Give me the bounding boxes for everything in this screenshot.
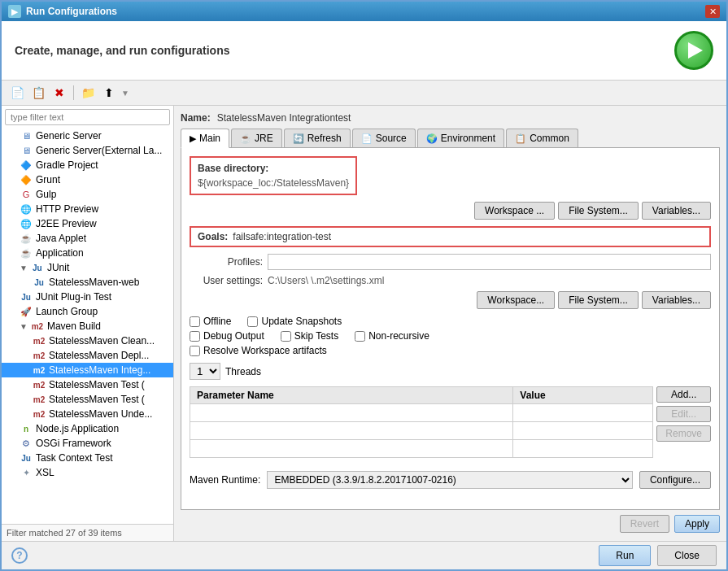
base-directory-label: Base directory: xyxy=(198,163,349,174)
tree-item-statelessmaven-unde[interactable]: m2 StatelessMaven Unde... xyxy=(2,407,173,421)
main-tab-label: Main xyxy=(199,133,220,144)
tree-item-statelessmaven-web[interactable]: Ju StatelessMaven-web xyxy=(2,275,173,290)
duplicate-button[interactable]: 📋 xyxy=(29,84,47,102)
dropdown-arrow[interactable]: ▼ xyxy=(121,89,129,98)
tree-item-label: Generic Server xyxy=(36,130,102,142)
goals-section: Goals: failsafe:integration-test xyxy=(190,226,711,247)
tree-item-statelessmaven-test1[interactable]: m2 StatelessMaven Test ( xyxy=(2,377,173,392)
tree-item-generic-server[interactable]: 🖥 Generic Server xyxy=(2,129,173,143)
maven-test2-icon: m2 xyxy=(33,393,46,406)
param-table: Parameter Name Value xyxy=(190,386,653,458)
jre-tab-icon: ☕ xyxy=(240,133,251,144)
run-button[interactable]: Run xyxy=(599,545,651,566)
launch-group-icon: 🚀 xyxy=(20,305,33,318)
run-icon-button[interactable] xyxy=(674,31,713,70)
tab-jre[interactable]: ☕ JRE xyxy=(231,129,282,147)
close-window-button[interactable]: ✕ xyxy=(705,5,720,18)
tree-item-junit-plugin[interactable]: Ju JUnit Plug-in Test xyxy=(2,290,173,304)
tree-item-task-context[interactable]: Ju Task Context Test xyxy=(2,451,173,465)
tree-item-label: Maven Build xyxy=(47,320,101,332)
remove-param-button[interactable]: Remove xyxy=(656,425,711,442)
tree-item-xsl[interactable]: ✦ XSL xyxy=(2,465,173,480)
tree-item-nodejs[interactable]: n Node.js Application xyxy=(2,421,173,436)
main-tab-icon: ▶ xyxy=(190,133,196,144)
tree-item-http-preview[interactable]: 🌐 HTTP Preview xyxy=(2,202,173,216)
table-row-empty-2 xyxy=(190,422,653,440)
tree-item-label: OSGi Framework xyxy=(36,438,111,449)
maven-runtime-row: Maven Runtime: EMBEDDED (3.3.9/1.8.2.201… xyxy=(190,471,711,489)
close-button[interactable]: Close xyxy=(657,545,717,566)
tab-main[interactable]: ▶ Main xyxy=(181,129,229,148)
base-directory-buttons: Workspace ... File System... Variables..… xyxy=(190,202,711,220)
tree-item-label: StatelessMaven Test ( xyxy=(49,379,145,390)
left-panel: 🖥 Generic Server 🖥 Generic Server(Extern… xyxy=(2,106,174,541)
tree-scroll-container: 🖥 Generic Server 🖥 Generic Server(Extern… xyxy=(2,129,173,524)
tab-refresh[interactable]: 🔄 Refresh xyxy=(284,129,351,147)
tree-item-statelessmaven-depl[interactable]: m2 StatelessMaven Depl... xyxy=(2,348,173,363)
tree-item-gradle[interactable]: 🔷 Gradle Project xyxy=(2,158,173,172)
configure-button[interactable]: Configure... xyxy=(639,471,711,489)
tree-item-launch-group[interactable]: 🚀 Launch Group xyxy=(2,304,173,319)
param-value-cell xyxy=(513,404,653,422)
maven-clean-icon: m2 xyxy=(33,334,46,347)
tabs: ▶ Main ☕ JRE 🔄 Refresh 📄 Source 🌍 E xyxy=(181,129,720,148)
non-recursive-checkbox[interactable] xyxy=(355,331,365,342)
edit-param-button[interactable]: Edit... xyxy=(656,406,711,422)
tree-item-label: Launch Group xyxy=(36,306,98,317)
help-button[interactable]: ? xyxy=(11,547,28,564)
workspace-button-1[interactable]: Workspace ... xyxy=(474,202,555,220)
toolbar-separator xyxy=(73,85,74,100)
skip-tests-label: Skip Tests xyxy=(294,330,338,342)
add-param-button[interactable]: Add... xyxy=(656,386,711,403)
tab-source[interactable]: 📄 Source xyxy=(352,129,416,147)
tab-environment[interactable]: 🌍 Environment xyxy=(417,129,504,147)
tree-item-statelessmaven-integ[interactable]: m2 StatelessMaven Integ... xyxy=(2,363,173,377)
bottom-area: ? Run Close xyxy=(2,541,726,569)
threads-select[interactable]: 1 2 4 xyxy=(190,363,220,380)
update-snapshots-checkbox[interactable] xyxy=(247,316,258,327)
new-config-button[interactable]: 📄 xyxy=(8,84,26,102)
delete-button[interactable]: ✖ xyxy=(50,84,68,102)
param-name-cell xyxy=(190,404,513,422)
variables-button-1[interactable]: Variables... xyxy=(642,202,711,220)
collapse-button[interactable]: ⬆ xyxy=(100,84,118,102)
variables-button-2[interactable]: Variables... xyxy=(642,291,711,309)
revert-button[interactable]: Revert xyxy=(620,515,669,533)
revert-apply-row: Revert Apply xyxy=(181,510,720,534)
main-content: 🖥 Generic Server 🖥 Generic Server(Extern… xyxy=(2,106,726,541)
skip-tests-checkbox[interactable] xyxy=(281,331,291,342)
tree-item-java-applet[interactable]: ☕ Java Applet xyxy=(2,231,173,246)
tree-item-junit[interactable]: ▼ Ju JUnit xyxy=(2,260,173,275)
gulp-icon: G xyxy=(20,188,33,201)
filesystem-button-1[interactable]: File System... xyxy=(558,202,639,220)
tree-item-generic-server-ext[interactable]: 🖥 Generic Server(External La... xyxy=(2,143,173,158)
http-icon: 🌐 xyxy=(20,203,33,216)
source-tab-label: Source xyxy=(376,133,407,144)
offline-checkbox[interactable] xyxy=(190,316,200,327)
workspace-button-2[interactable]: Workspace... xyxy=(477,291,555,309)
junit-sub-icon: Ju xyxy=(33,276,46,289)
filesystem-button-2[interactable]: File System... xyxy=(558,291,639,309)
param-table-wrap: Parameter Name Value xyxy=(190,386,653,464)
tree-item-statelessmaven-test2[interactable]: m2 StatelessMaven Test ( xyxy=(2,392,173,407)
filter-button[interactable]: 📁 xyxy=(79,84,97,102)
debug-output-checkbox[interactable] xyxy=(190,331,200,342)
tree-item-osgi[interactable]: ⚙ OSGi Framework xyxy=(2,436,173,451)
name-row: Name: StatelessMaven Integrationtest xyxy=(181,112,720,124)
tree-item-label: HTTP Preview xyxy=(36,203,98,215)
junit-icon: Ju xyxy=(31,261,44,274)
tree-item-m2[interactable]: ▼ m2 Maven Build xyxy=(2,319,173,333)
tree-item-j2ee[interactable]: 🌐 J2EE Preview xyxy=(2,216,173,231)
tree-item-java-application[interactable]: ☕ Application xyxy=(2,246,173,260)
tree-item-grunt[interactable]: 🔶 Grunt xyxy=(2,172,173,187)
base-directory-value: ${workspace_loc:/StatelessMaven} xyxy=(198,177,349,189)
apply-button[interactable]: Apply xyxy=(674,515,720,533)
tab-common[interactable]: 📋 Common xyxy=(506,129,578,147)
resolve-workspace-checkbox[interactable] xyxy=(190,346,200,356)
tree-item-gulp[interactable]: G Gulp xyxy=(2,187,173,202)
maven-runtime-select[interactable]: EMBEDDED (3.3.9/1.8.2.20171007-0216) xyxy=(267,471,633,489)
profiles-input[interactable] xyxy=(268,254,711,270)
tree-item-statelessmaven-clean[interactable]: m2 StatelessMaven Clean... xyxy=(2,333,173,348)
filter-input[interactable] xyxy=(5,109,170,125)
maven-integ-icon: m2 xyxy=(33,364,46,377)
